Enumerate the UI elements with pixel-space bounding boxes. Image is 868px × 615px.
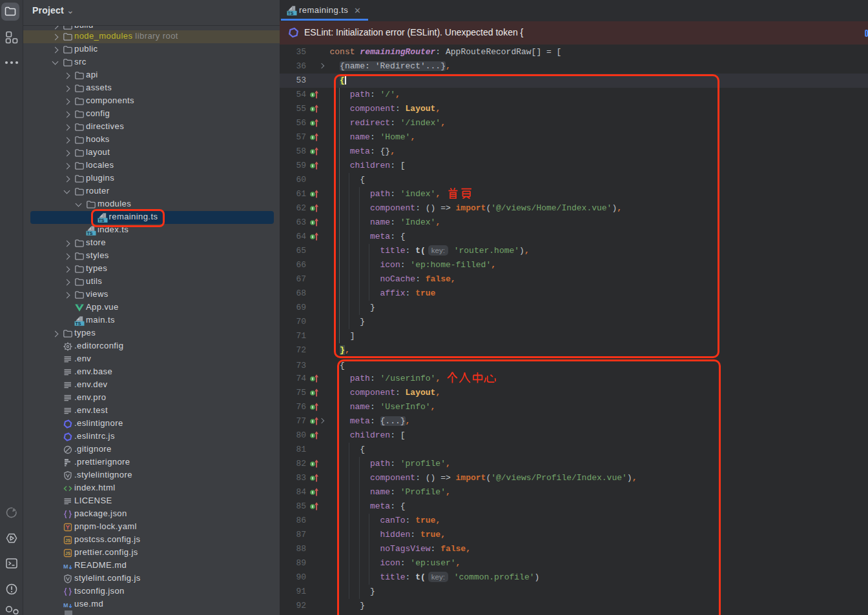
svg-text:M: M <box>63 602 68 609</box>
svg-text:M: M <box>63 563 68 570</box>
svg-text:TS: TS <box>288 11 294 15</box>
svg-text:TS: TS <box>87 231 93 236</box>
svg-text:JS: JS <box>65 551 71 556</box>
svg-text:JS: JS <box>65 538 71 543</box>
svg-text:TS: TS <box>76 321 81 326</box>
